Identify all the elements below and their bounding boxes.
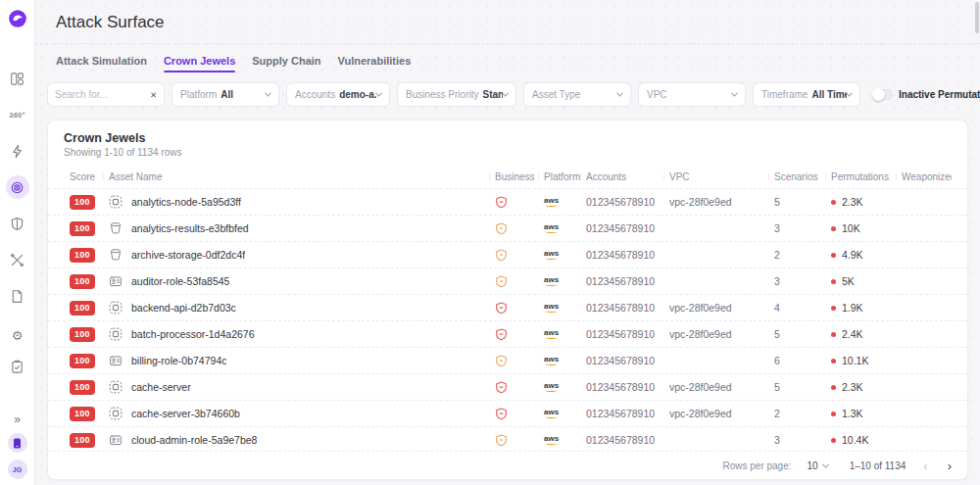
- column-header-accounts[interactable]: Accounts: [580, 171, 663, 182]
- filter-business-priority[interactable]: Business Priority Standa...: [397, 82, 516, 107]
- table-row[interactable]: 100 analytics-results-e3bfbf: [48, 216, 967, 242]
- priority-shield-icon: [495, 249, 508, 262]
- aws-smile-icon: [545, 204, 558, 207]
- sidebar-item-360[interactable]: 360°: [10, 107, 25, 122]
- aws-logo: aws: [544, 329, 559, 339]
- clear-search-icon[interactable]: ✕: [150, 90, 157, 100]
- asset-cell: cache-server: [103, 380, 489, 394]
- asset-cell: batch-processor-1d4a2676: [103, 327, 489, 341]
- score-cell: 100: [64, 274, 103, 289]
- scenarios-cell: 4: [768, 302, 825, 314]
- tasks-clipboard-icon[interactable]: [10, 359, 25, 374]
- priority-shield-icon: [495, 408, 508, 420]
- brand-logo-icon[interactable]: [7, 8, 28, 29]
- asset-cell: auditor-role-53fa8545: [103, 274, 489, 288]
- scrollbar-thumb[interactable]: [975, 2, 979, 33]
- tab-attack-simulation[interactable]: Attack Simulation: [56, 44, 147, 76]
- column-header-scenarios[interactable]: Scenarios: [768, 171, 825, 182]
- asset-cell: archive-storage-0df2dc4f: [103, 248, 489, 262]
- column-header-asset-name[interactable]: Asset Name: [103, 171, 489, 182]
- permutations-cell: 10.4K: [825, 434, 896, 446]
- platform-cell: aws: [538, 250, 580, 260]
- score-cell: 100: [64, 221, 103, 236]
- scenarios-cell: 3: [768, 222, 825, 234]
- table-row[interactable]: 100 cloud-admin-role-5a9e7be: [48, 427, 967, 451]
- score-badge: 100: [70, 274, 95, 289]
- table-row[interactable]: 100 cache-server-3b74660b: [48, 401, 967, 427]
- platform-cell: aws: [538, 409, 580, 418]
- column-header-business[interactable]: Business ...: [489, 171, 538, 182]
- aws-smile-icon: [545, 230, 558, 233]
- column-header-vpc[interactable]: VPC: [663, 171, 768, 182]
- table-row[interactable]: 100 billing-role-0b74794c: [48, 348, 967, 374]
- user-avatar[interactable]: JG: [8, 460, 27, 479]
- column-header-score[interactable]: Score: [64, 171, 103, 182]
- tab-crown-jewels[interactable]: Crown Jewels: [164, 44, 235, 76]
- column-header-weaponized-vulner[interactable]: Weaponized Vulner...: [896, 171, 952, 182]
- sidebar-nav: 360°: [6, 71, 29, 304]
- settings-gear-icon[interactable]: ⚙: [10, 327, 25, 343]
- filter-accounts[interactable]: Accounts demo-a... (+2): [286, 82, 390, 107]
- permutation-dot-icon: [831, 200, 836, 205]
- score-cell: 100: [64, 248, 103, 263]
- inactive-permutations-control: Inactive Permutations ↺: [873, 88, 980, 101]
- filter-asset-type[interactable]: Asset Type: [523, 82, 631, 107]
- dropdown-value: demo-a... (+2): [339, 89, 376, 100]
- search-input[interactable]: [55, 89, 146, 100]
- sidebar-item-defenses[interactable]: [10, 216, 25, 231]
- table-row[interactable]: 100 analytics-node-5a95d3ff: [48, 189, 967, 216]
- sidebar-item-dashboard[interactable]: [10, 71, 25, 86]
- account-cell: 012345678910: [580, 222, 663, 234]
- score-badge: 100: [70, 354, 95, 368]
- pagination-range: 1–10 of 1134: [850, 461, 906, 471]
- filter-platform[interactable]: Platform All: [172, 82, 279, 107]
- permutations-value: 10K: [842, 222, 860, 234]
- filter-timeframe[interactable]: Timeframe All Time: [753, 82, 860, 107]
- priority-shield-icon: [495, 355, 508, 367]
- sidebar-expand-icon[interactable]: »: [14, 412, 21, 426]
- aws-logo: aws: [544, 382, 559, 392]
- aws-logo: aws: [544, 223, 559, 233]
- priority-shield-icon: [495, 275, 508, 288]
- table-row[interactable]: 100 auditor-role-53fa8545: [48, 268, 967, 295]
- aws-smile-icon: [545, 389, 558, 392]
- previous-page-button[interactable]: ‹: [921, 460, 929, 472]
- workspace-avatar[interactable]: [8, 433, 27, 453]
- permutations-cell: 10.1K: [825, 355, 896, 366]
- inactive-permutations-label: Inactive Permutations: [899, 89, 980, 100]
- filter-vpc[interactable]: VPC: [638, 82, 746, 107]
- aws-smile-icon: [545, 336, 558, 339]
- permutation-dot-icon: [831, 332, 836, 337]
- tab-supply-chain[interactable]: Supply Chain: [252, 44, 320, 76]
- next-page-button[interactable]: ›: [946, 460, 954, 472]
- rows-per-page-select[interactable]: 10: [808, 461, 828, 471]
- scenarios-cell: 6: [768, 355, 825, 366]
- sidebar-item-remediation[interactable]: [10, 252, 25, 267]
- table-row[interactable]: 100 archive-storage-0df2dc4f: [48, 242, 967, 268]
- asset-name: cache-server: [131, 381, 191, 393]
- aws-smile-icon: [545, 363, 558, 365]
- column-header-permutations[interactable]: Permutations: [825, 171, 896, 182]
- account-cell: 012345678910: [580, 302, 663, 314]
- table-row[interactable]: 100 batch-processor-1d4a2676: [48, 321, 967, 348]
- column-header-platform[interactable]: Platform: [538, 171, 580, 182]
- sidebar-item-attack-surface[interactable]: [6, 175, 29, 199]
- table-row[interactable]: 100 cache-server: [48, 374, 967, 401]
- tab-vulnerabilities[interactable]: Vulnerabilities: [338, 44, 412, 76]
- asset-cell: analytics-results-e3bfbfed: [103, 221, 489, 235]
- asset-name: backend-api-d2b7d03c: [131, 302, 236, 314]
- asset-name: cloud-admin-role-5a9e7be8: [131, 434, 257, 446]
- table-row[interactable]: 100 backend-api-d2b7d03c: [48, 295, 967, 321]
- rows-per-page-label: Rows per page:: [722, 461, 791, 471]
- score-badge: 100: [70, 327, 95, 342]
- account-cell: 012345678910: [580, 328, 663, 340]
- score-badge: 100: [70, 380, 95, 395]
- dropdown-value: All: [220, 89, 233, 100]
- permutations-cell: 2.3K: [825, 381, 896, 393]
- sidebar-item-reports[interactable]: [10, 288, 25, 304]
- priority-shield-icon: [495, 381, 508, 394]
- sidebar-item-attacks[interactable]: [10, 143, 25, 159]
- inactive-permutations-toggle[interactable]: [873, 89, 893, 100]
- main-content: Attack Surface Attack SimulationCrown Je…: [35, 0, 980, 485]
- account-cell: 012345678910: [580, 381, 663, 393]
